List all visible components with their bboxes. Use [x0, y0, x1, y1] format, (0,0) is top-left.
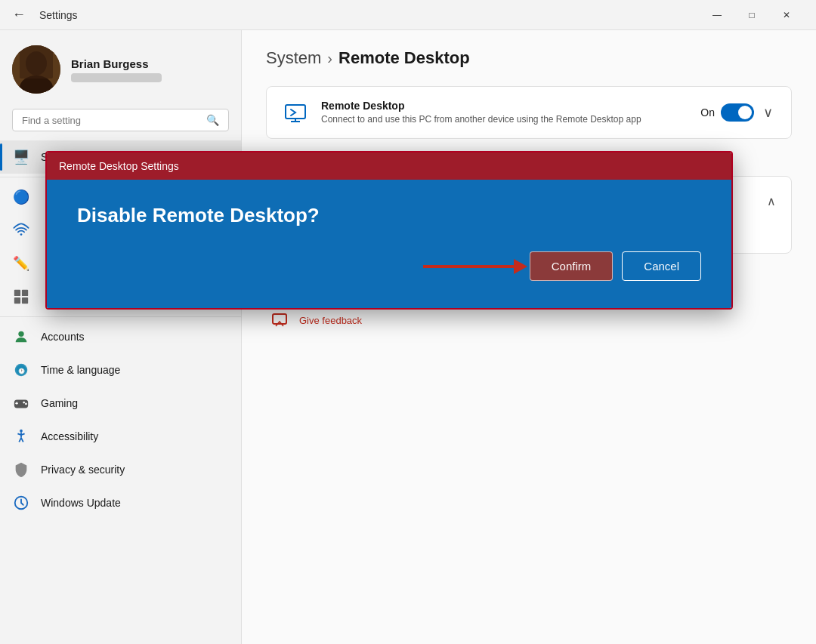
arrow-head [514, 259, 527, 274]
dialog-question: Disable Remote Desktop? [77, 204, 701, 227]
arrow-indicator [423, 259, 527, 274]
dialog-actions: Confirm Cancel [77, 251, 701, 281]
disable-remote-dialog: Remote Desktop Settings Disable Remote D… [45, 151, 733, 310]
dialog-title-text: Remote Desktop Settings [59, 160, 179, 172]
dialog-overlay: Remote Desktop Settings Disable Remote D… [0, 0, 816, 644]
confirm-button[interactable]: Confirm [530, 251, 614, 281]
arrow-shaft [423, 265, 514, 268]
dialog-titlebar: Remote Desktop Settings [47, 153, 731, 180]
dialog-body: Disable Remote Desktop? Confirm Cancel [47, 180, 731, 308]
cancel-button[interactable]: Cancel [622, 251, 701, 281]
